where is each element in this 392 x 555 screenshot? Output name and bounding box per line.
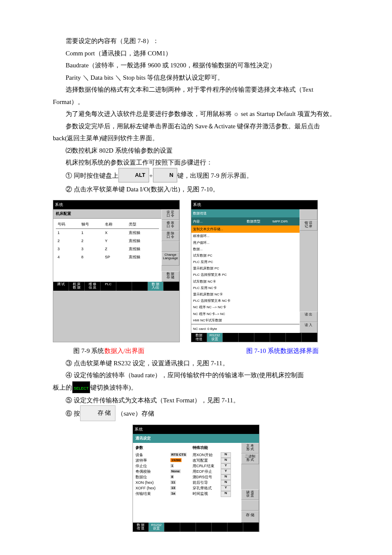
bot-btn[interactable]: 调 试 xyxy=(53,282,69,291)
side-btn[interactable]: 修 改口 令 xyxy=(161,220,179,231)
rs-row: 奇偶校验None用EOF停止Y xyxy=(133,469,241,474)
bot-btn[interactable] xyxy=(132,282,148,291)
side-btn[interactable] xyxy=(300,209,317,220)
fig710-tab: 数据传送 xyxy=(191,209,300,217)
th-name: 名称 xyxy=(103,220,127,229)
list-item[interactable]: PLC 选择报警文本 PC xyxy=(191,272,300,278)
side-btn[interactable] xyxy=(241,500,259,511)
bot-btn[interactable]: 维 修信 息 xyxy=(85,282,101,291)
list-item[interactable]: NC 程序 NC --> NC卡 xyxy=(191,304,300,310)
side-btn-readin[interactable]: 读 入 xyxy=(300,322,317,333)
figure-7-10: 系统 数据传送 内容... 数据类型 \MPF.DIR\ 复制文本文件存储...… xyxy=(191,200,318,342)
list-item[interactable]: PLC 应用 PC xyxy=(191,259,300,265)
bot-btn[interactable] xyxy=(164,523,180,532)
para-6: 为了避免每次进入该软件总是要进行参数修改，可用鼠标将 ☼ set as Star… xyxy=(53,108,339,120)
bot-btn[interactable] xyxy=(270,333,286,342)
fig711-columns: 参数 特殊功能 xyxy=(133,443,241,452)
side-btn[interactable] xyxy=(161,241,179,252)
sun-icon: ☼ xyxy=(233,110,239,117)
fig711-tab: 通讯设定 xyxy=(133,434,259,443)
bot-btn[interactable] xyxy=(164,282,179,291)
table-row: 48SP直线轴 xyxy=(56,253,159,261)
side-btn[interactable]: 册 除口 令 xyxy=(161,231,179,241)
bot-btn[interactable] xyxy=(302,333,317,342)
list-item[interactable]: 试车数据 PC xyxy=(191,252,300,259)
side-btn-readout[interactable]: 读 出 xyxy=(300,312,317,322)
bot-btn[interactable] xyxy=(254,333,270,342)
side-btn-default[interactable]: 缺 省设 置 xyxy=(241,489,259,500)
th-num: 号码 xyxy=(56,220,80,229)
rs-row: 波特率19280改写配置N xyxy=(133,458,241,463)
th-axis: 轴号 xyxy=(80,220,104,229)
bot-btn[interactable]: 数 据传 送 xyxy=(133,523,149,532)
list-item[interactable]: 用户循环... xyxy=(191,240,300,246)
side-btn-save[interactable]: 数 据存 储 xyxy=(161,271,179,282)
bot-btn[interactable] xyxy=(223,333,239,342)
bot-btn[interactable] xyxy=(180,523,196,532)
caption-7-9-red: 数据入/出界面 xyxy=(104,347,144,354)
side-btn[interactable]: 设 定口 令 xyxy=(161,209,179,220)
col-content: 内容... xyxy=(193,218,247,225)
bot-btn[interactable] xyxy=(196,523,212,532)
figure-row-1: 系统 机床配置 号码 轴号 名称 类型 11X直线轴 22Y直线轴 xyxy=(53,200,339,342)
bot-btn[interactable] xyxy=(243,523,259,532)
bot-btn[interactable] xyxy=(212,523,228,532)
para-8: ⑵数控机床 802D 系统传输参数的设置 xyxy=(53,145,339,157)
list-item[interactable]: 数据... xyxy=(191,246,300,252)
step-4b: 板上的SELECT键切换波特率)。 xyxy=(53,382,339,394)
fig710-columns: 内容... 数据类型 \MPF.DIR\ xyxy=(191,217,300,225)
list-item-selected[interactable]: 复制文本文件存储... xyxy=(191,225,300,233)
bot-btn-rs232[interactable]: RS232设置 xyxy=(207,333,223,342)
list-item[interactable]: HMI NC卡试车数据 xyxy=(191,317,300,324)
fig711-main: 参数 特殊功能 设备RTS CTS用XON开始N 波特率19280改写配置N 停… xyxy=(133,443,241,522)
bot-btn[interactable]: 机 床数 据 xyxy=(69,282,85,291)
col-path: \MPF.DIR\ xyxy=(272,218,298,225)
bot-btn[interactable] xyxy=(239,333,254,342)
side-btn-text-format[interactable]: 文 本形 式 xyxy=(241,443,259,454)
col-func: 特殊功能 xyxy=(193,444,208,451)
rs-row: XON (hex)11前后引导N xyxy=(133,480,241,486)
fig79-side: 设 定口 令 修 改口 令 册 除口 令 ChangeLanguage 数 据存… xyxy=(161,209,179,282)
para-1: 需要设定的内容有（见图 7-8）： xyxy=(53,35,339,47)
step-1: ① 同时按住键盘上ALT+N键，出现图 7-9 所示界面。 xyxy=(53,169,339,184)
fig711-bottom: 数 据传 送 RS232设置 xyxy=(133,523,259,532)
para-6b: set as Startup Default 项置为有效。 xyxy=(239,110,336,117)
bot-btn[interactable]: 数据传送 xyxy=(191,333,207,342)
list-item[interactable]: 标准循环... xyxy=(191,233,300,239)
bot-btn-rs232[interactable]: RS232设置 xyxy=(149,523,164,532)
bot-btn[interactable] xyxy=(286,333,302,342)
table-row: 11X直线轴 xyxy=(56,228,159,237)
list-item[interactable]: PLC 选择报警文本 NC卡 xyxy=(191,298,300,304)
step1-b: 键，出现图 7-9 所示界面。 xyxy=(177,172,253,179)
caption-row-1: 图 7-9 系统数据入/出界面 图 7-10 系统数据选择界面 xyxy=(53,342,339,357)
alt-key-icon: ALT xyxy=(118,168,149,183)
list-item[interactable]: 试车数据 NC卡 xyxy=(191,278,300,285)
rs-row: 停止位1用CRLF结束Y xyxy=(133,463,241,469)
figure-7-11: 系统 通讯设定 参数 特殊功能 设备RTS CTS用XON开始N 波特率1928… xyxy=(133,425,259,532)
rs-row: 传输结束1a时间监视N xyxy=(133,491,241,497)
plus-sign: + xyxy=(149,172,153,179)
side-btn-change-lang[interactable]: ChangeLanguage xyxy=(161,252,179,266)
save-key-icon: 存 储 xyxy=(80,405,116,421)
bot-btn[interactable] xyxy=(228,523,243,532)
th-type: 类型 xyxy=(127,220,159,229)
side-btn-save[interactable]: 存 储 xyxy=(241,511,259,523)
bot-btn-data-io[interactable]: 数 据入/出 xyxy=(148,282,164,291)
list-item[interactable]: PLC 应用 NC卡 xyxy=(191,285,300,291)
fig710-side: 错 误记 录 读 出 读 入 xyxy=(300,209,317,333)
bot-btn[interactable]: PLC xyxy=(101,282,116,291)
side-btn-binary-format[interactable]: 二进制形 式 xyxy=(241,454,259,464)
step-4: ④ 设定传输的波特率（baud rate），应同传输软件中的传输速率一致(使用机… xyxy=(53,369,339,382)
list-item[interactable]: NC 程序 NC卡--> NC xyxy=(191,311,300,317)
fig711-side: 文 本形 式 二进制形 式 缺 省设 置 存 储 xyxy=(241,443,259,522)
caption-7-9: 图 7-9 系统数据入/出界面 xyxy=(73,345,144,357)
para-9: 机床控制系统的参数设置工作可按照下面步骤进行： xyxy=(53,156,339,169)
table-row: 33Z直线轴 xyxy=(56,245,159,253)
bot-btn[interactable] xyxy=(116,282,132,291)
list-item[interactable]: 显示机床数据 PC xyxy=(191,265,300,272)
step-2: ② 点击水平软菜单键 Data I/O(数据入/出)，见图 7-10。 xyxy=(53,183,339,196)
list-item[interactable]: 显示机床数据 NC卡 xyxy=(191,291,300,298)
para-2: Comm port（通讯接口，选择 COM1） xyxy=(53,47,339,60)
side-btn-errorlog[interactable]: 错 误记 录 xyxy=(300,220,317,231)
fig710-bottom: 数据传送 RS232设置 xyxy=(191,333,317,342)
